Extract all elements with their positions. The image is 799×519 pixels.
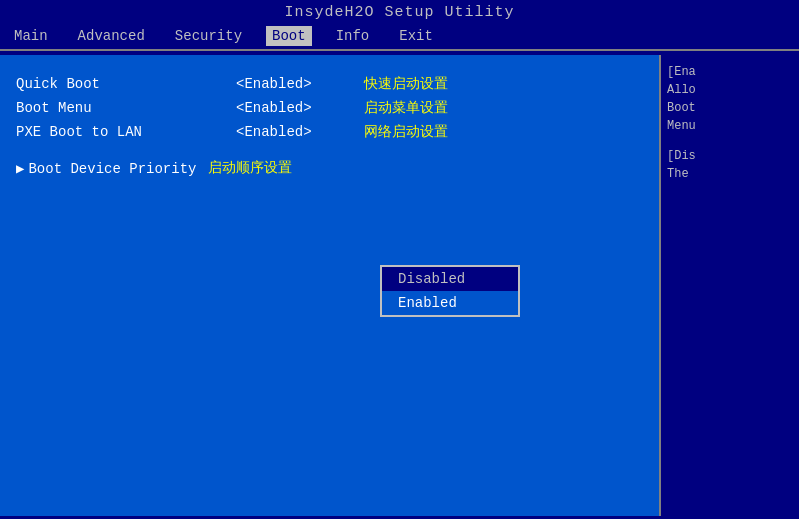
right-panel: [EnaAlloBootMenu [DisThe <box>659 55 799 516</box>
menu-info[interactable]: Info <box>330 26 376 46</box>
boot-device-label: Boot Device Priority <box>16 160 196 177</box>
quick-boot-value[interactable]: <Enabled> <box>236 76 356 92</box>
help-section-2: [DisThe <box>667 147 793 183</box>
app-title: InsydeH2O Setup Utility <box>284 4 514 21</box>
quick-boot-label: Quick Boot <box>16 76 236 92</box>
left-panel: Quick Boot <Enabled> 快速启动设置 Boot Menu <E… <box>0 55 659 516</box>
boot-menu-label: Boot Menu <box>16 100 236 116</box>
dropdown-popup: Disabled Enabled <box>380 265 520 317</box>
setting-row-quick-boot: Quick Boot <Enabled> 快速启动设置 <box>16 75 643 93</box>
pxe-label: PXE Boot to LAN <box>16 124 236 140</box>
menu-advanced[interactable]: Advanced <box>72 26 151 46</box>
pxe-value[interactable]: <Enabled> <box>236 124 356 140</box>
menu-bar: Main Advanced Security Boot Info Exit <box>0 23 799 49</box>
pxe-desc: 网络启动设置 <box>364 123 448 141</box>
dropdown-enabled[interactable]: Enabled <box>382 291 518 315</box>
dropdown-disabled[interactable]: Disabled <box>382 267 518 291</box>
menu-boot[interactable]: Boot <box>266 26 312 46</box>
setting-row-pxe: PXE Boot to LAN <Enabled> 网络启动设置 <box>16 123 643 141</box>
menu-main[interactable]: Main <box>8 26 54 46</box>
menu-divider <box>0 49 799 51</box>
quick-boot-desc: 快速启动设置 <box>364 75 448 93</box>
help-section-1: [EnaAlloBootMenu <box>667 63 793 135</box>
boot-menu-desc: 启动菜单设置 <box>364 99 448 117</box>
menu-exit[interactable]: Exit <box>393 26 439 46</box>
main-area: Quick Boot <Enabled> 快速启动设置 Boot Menu <E… <box>0 55 799 516</box>
menu-security[interactable]: Security <box>169 26 248 46</box>
setting-row-boot-menu: Boot Menu <Enabled> 启动菜单设置 <box>16 99 643 117</box>
boot-device-row[interactable]: Boot Device Priority 启动顺序设置 <box>16 159 643 177</box>
title-bar: InsydeH2O Setup Utility <box>0 0 799 21</box>
boot-device-desc: 启动顺序设置 <box>208 159 292 177</box>
boot-menu-value[interactable]: <Enabled> <box>236 100 356 116</box>
